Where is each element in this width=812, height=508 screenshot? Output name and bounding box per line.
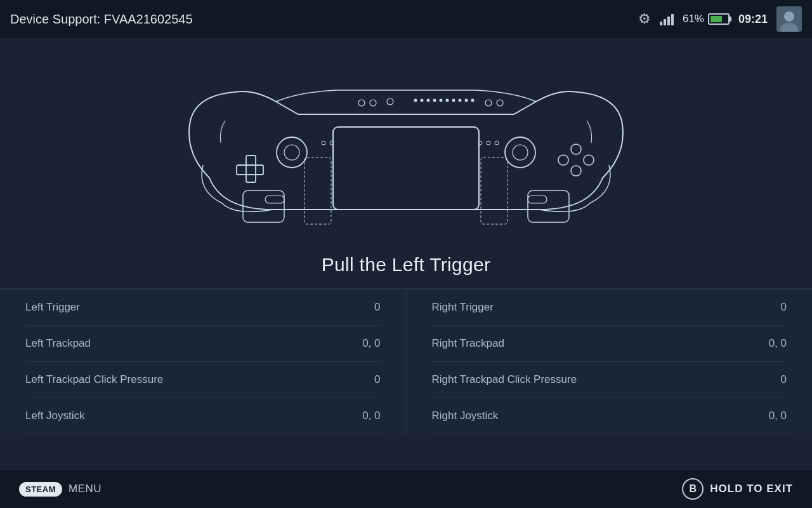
svg-point-19 <box>370 100 376 106</box>
right-trigger-label: Right Trigger <box>432 301 494 314</box>
right-trackpad-pressure-row: Right Trackpad Click Pressure 0 <box>432 362 787 398</box>
right-trackpad-row: Right Trackpad 0, 0 <box>432 326 787 362</box>
device-title: Device Support: FVAA21602545 <box>10 12 193 27</box>
left-trigger-value: 0 <box>374 301 380 314</box>
battery-container: 61% <box>683 13 730 25</box>
right-joystick-value: 0, 0 <box>769 410 787 422</box>
left-trigger-row: Left Trigger 0 <box>25 290 381 326</box>
svg-rect-4 <box>246 156 256 182</box>
b-button-icon: B <box>682 478 704 500</box>
left-trigger-label: Left Trigger <box>25 301 80 314</box>
svg-rect-5 <box>237 165 263 175</box>
steam-menu-button[interactable]: STEAM MENU <box>19 482 102 497</box>
right-trackpad-pressure-label: Right Trackpad Click Pressure <box>432 373 577 386</box>
menu-label: MENU <box>69 483 102 495</box>
hold-exit-label: HOLD TO EXIT <box>710 483 793 495</box>
right-joystick-label: Right Joystick <box>432 410 499 422</box>
svg-point-6 <box>277 137 307 168</box>
left-trackpad-label: Left Trackpad <box>25 337 91 350</box>
svg-point-14 <box>571 166 581 176</box>
svg-point-11 <box>513 145 528 160</box>
header-right: ⚙ 61% 09:21 <box>638 6 802 32</box>
right-trigger-row: Right Trigger 0 <box>432 290 787 326</box>
left-joystick-row: Left Joystick 0, 0 <box>25 398 381 434</box>
signal-icon <box>660 13 674 25</box>
prompt-text: Pull the Left Trigger <box>322 254 490 275</box>
data-area: Left Trigger 0 Left Trackpad 0, 0 Left T… <box>0 290 812 434</box>
svg-point-23 <box>427 99 430 102</box>
svg-point-39 <box>495 141 499 145</box>
hold-exit-button[interactable]: B HOLD TO EXIT <box>682 478 793 500</box>
battery-fill <box>710 16 722 22</box>
svg-point-1 <box>784 11 794 22</box>
avatar-image <box>776 6 802 32</box>
battery-percent: 61% <box>683 13 704 25</box>
svg-point-21 <box>414 99 417 102</box>
svg-point-24 <box>433 99 436 102</box>
left-panel: Left Trigger 0 Left Trackpad 0, 0 Left T… <box>0 290 407 434</box>
svg-point-28 <box>459 99 462 102</box>
svg-point-32 <box>497 100 503 106</box>
right-panel: Right Trigger 0 Right Trackpad 0, 0 Righ… <box>407 290 813 434</box>
left-trackpad-value: 0, 0 <box>362 337 380 350</box>
svg-point-29 <box>465 99 468 102</box>
svg-point-25 <box>440 99 443 102</box>
left-trackpad-pressure-row: Left Trackpad Click Pressure 0 <box>25 362 381 398</box>
controller-illustration <box>171 57 641 235</box>
svg-point-10 <box>505 137 535 168</box>
header: Device Support: FVAA21602545 ⚙ 61% 09:21 <box>0 0 812 38</box>
svg-rect-3 <box>333 127 479 210</box>
steam-badge: STEAM <box>19 482 62 497</box>
right-trackpad-value: 0, 0 <box>769 337 787 350</box>
left-joystick-value: 0, 0 <box>362 410 380 422</box>
clock: 09:21 <box>738 13 768 26</box>
svg-point-13 <box>571 144 581 154</box>
left-trackpad-pressure-value: 0 <box>374 373 380 386</box>
avatar <box>776 6 802 32</box>
svg-point-15 <box>584 155 594 165</box>
svg-rect-34 <box>528 196 547 203</box>
svg-point-35 <box>322 141 325 145</box>
svg-point-38 <box>487 141 490 145</box>
svg-point-12 <box>558 155 568 165</box>
svg-rect-9 <box>304 157 331 224</box>
settings-icon[interactable]: ⚙ <box>638 11 651 27</box>
svg-point-27 <box>452 99 455 102</box>
left-trackpad-row: Left Trackpad 0, 0 <box>25 326 381 362</box>
signal-bar-2 <box>664 19 666 25</box>
signal-bar-1 <box>660 22 662 25</box>
left-joystick-label: Left Joystick <box>25 410 85 422</box>
svg-point-26 <box>446 99 449 102</box>
right-trackpad-pressure-value: 0 <box>781 373 787 386</box>
svg-point-22 <box>421 99 424 102</box>
right-trigger-value: 0 <box>781 301 787 314</box>
svg-point-20 <box>387 98 393 105</box>
footer: STEAM MENU B HOLD TO EXIT <box>0 470 812 508</box>
right-trackpad-label: Right Trackpad <box>432 337 504 350</box>
left-trackpad-pressure-label: Left Trackpad Click Pressure <box>25 373 163 386</box>
svg-point-30 <box>471 99 475 102</box>
svg-point-31 <box>485 100 492 106</box>
controller-area <box>0 38 812 248</box>
svg-point-18 <box>358 100 365 106</box>
svg-point-7 <box>284 145 299 160</box>
right-joystick-row: Right Joystick 0, 0 <box>432 398 787 434</box>
battery-icon <box>708 13 730 25</box>
prompt-area: Pull the Left Trigger <box>0 248 812 288</box>
signal-bar-4 <box>671 14 674 25</box>
svg-rect-33 <box>265 196 284 203</box>
signal-bar-3 <box>667 17 670 25</box>
svg-rect-17 <box>481 157 508 224</box>
